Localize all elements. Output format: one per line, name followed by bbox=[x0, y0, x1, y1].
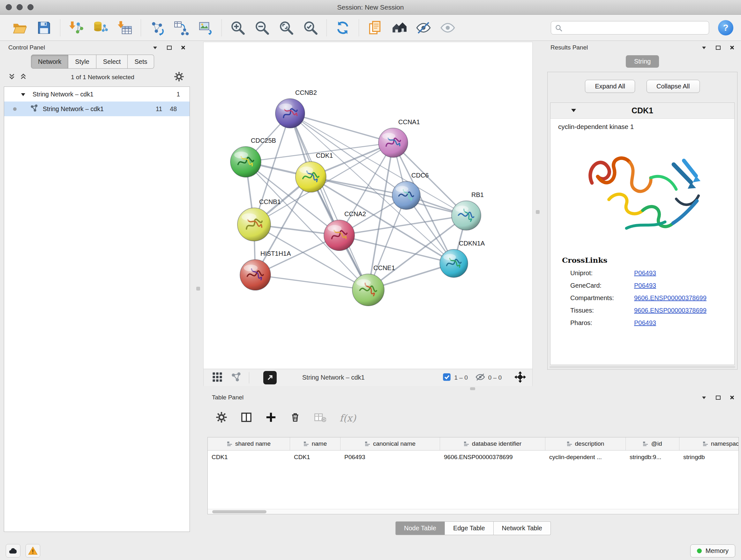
tab-string[interactable]: String bbox=[626, 55, 659, 68]
network-canvas[interactable]: CCNB2CCNA1CDC25BCDK1CDC6RB1CCNB1CCNA2CDK… bbox=[204, 42, 532, 369]
collapse-all-networks-icon[interactable] bbox=[20, 73, 27, 81]
network-node-rb1[interactable]: RB1 bbox=[452, 191, 484, 230]
column-header-database-identifier[interactable]: database identifier bbox=[440, 437, 545, 450]
close-panel-icon[interactable] bbox=[180, 44, 187, 51]
network-view: CCNB2CCNA1CDC25BCDK1CDC6RB1CCNB1CCNA2CDK… bbox=[203, 42, 533, 386]
homes-icon bbox=[391, 20, 407, 36]
column-header-canonical-name[interactable]: canonical name bbox=[340, 437, 440, 450]
network-node-cdkn1a[interactable]: CDKN1A bbox=[440, 240, 485, 277]
import-network-file-button[interactable] bbox=[67, 19, 85, 37]
table-row[interactable]: CDK1CDK1P064939606.ENSP00000378699cyclin… bbox=[208, 450, 738, 464]
network-row[interactable]: String Network – cdk1 11 48 bbox=[4, 102, 190, 116]
results-scrollbar[interactable] bbox=[549, 366, 735, 368]
string-network-icon bbox=[30, 104, 38, 114]
tab-node-table[interactable]: Node Table bbox=[395, 521, 445, 535]
database-icon bbox=[92, 20, 109, 36]
collapse-all-button[interactable]: Collapse All bbox=[647, 80, 700, 93]
export-view-button[interactable] bbox=[263, 371, 277, 384]
grid-view-icon[interactable] bbox=[212, 372, 223, 384]
zoom-in-button[interactable] bbox=[229, 19, 247, 37]
collapse-gene-icon[interactable] bbox=[571, 108, 576, 114]
crosslink-value-link[interactable]: 9606.ENSP00000378699 bbox=[634, 307, 706, 314]
hidden-eye-icon[interactable] bbox=[475, 373, 485, 382]
panel-menu-icon[interactable] bbox=[700, 44, 708, 51]
zoom-selected-button[interactable] bbox=[301, 19, 320, 37]
tab-edge-table[interactable]: Edge Table bbox=[445, 521, 494, 535]
add-column-icon[interactable] bbox=[266, 412, 276, 424]
network-node-ccnb1[interactable]: CCNB1 bbox=[238, 198, 281, 241]
search-input[interactable] bbox=[551, 21, 709, 35]
cloud-status-button[interactable] bbox=[6, 544, 20, 557]
memory-button[interactable]: Memory bbox=[690, 544, 735, 557]
clone-network-button[interactable] bbox=[366, 19, 384, 37]
window-zoom-button[interactable] bbox=[27, 4, 33, 10]
pan-crosshair-icon[interactable] bbox=[515, 371, 526, 384]
network-graph[interactable]: CCNB2CCNA1CDC25BCDK1CDC6RB1CCNB1CCNA2CDK… bbox=[204, 42, 532, 368]
network-edge[interactable] bbox=[290, 113, 368, 290]
table-horizontal-scrollbar[interactable] bbox=[208, 509, 738, 514]
refresh-button[interactable] bbox=[334, 19, 352, 37]
table-settings-gear-icon[interactable] bbox=[216, 412, 227, 424]
selected-checkbox-icon[interactable] bbox=[443, 373, 451, 382]
import-table-button[interactable] bbox=[116, 19, 134, 37]
collection-expand-icon[interactable] bbox=[21, 91, 25, 98]
birds-eye-view-icon[interactable] bbox=[231, 372, 241, 383]
close-panel-icon[interactable] bbox=[729, 394, 736, 401]
current-network-dot bbox=[13, 107, 17, 111]
network-node-ccna1[interactable]: CCNA1 bbox=[379, 118, 420, 158]
tab-network-table[interactable]: Network Table bbox=[494, 521, 551, 535]
expand-all-button[interactable]: Expand All bbox=[585, 80, 635, 93]
panel-menu-icon[interactable] bbox=[700, 394, 708, 401]
window-close-button[interactable] bbox=[6, 4, 12, 10]
column-header-shared-name[interactable]: shared name bbox=[208, 437, 290, 450]
delete-table-icon[interactable] bbox=[314, 412, 326, 424]
float-window-icon[interactable] bbox=[715, 394, 722, 401]
save-session-button[interactable] bbox=[35, 19, 53, 37]
splitter-handle[interactable] bbox=[536, 210, 540, 214]
crosslink-value-link[interactable]: P06493 bbox=[634, 319, 656, 327]
column-header-namespac[interactable]: namespac bbox=[679, 437, 739, 450]
warnings-button[interactable] bbox=[25, 544, 40, 557]
expand-all-networks-icon[interactable] bbox=[8, 73, 15, 81]
column-header-name[interactable]: name bbox=[290, 437, 340, 450]
splitter-handle[interactable] bbox=[470, 387, 475, 390]
zoom-out-button[interactable] bbox=[253, 19, 271, 37]
import-network-database-button[interactable] bbox=[91, 19, 110, 37]
edit-network-button[interactable] bbox=[148, 19, 166, 37]
show-graphics-details-button[interactable] bbox=[439, 19, 457, 37]
column-header-description[interactable]: description bbox=[545, 437, 626, 450]
column-header--id[interactable]: @id bbox=[626, 437, 679, 450]
network-options-gear-icon[interactable] bbox=[174, 71, 184, 83]
select-columns-icon[interactable] bbox=[241, 412, 252, 424]
crosslink-value-link[interactable]: P06493 bbox=[634, 282, 656, 289]
float-window-icon[interactable] bbox=[715, 44, 722, 51]
crosslink-value-link[interactable]: P06493 bbox=[634, 269, 656, 277]
network-node-ccnb2[interactable]: CCNB2 bbox=[275, 89, 317, 128]
crosslink-value-link[interactable]: 9606.ENSP00000378699 bbox=[634, 294, 706, 302]
splitter-handle[interactable] bbox=[196, 287, 200, 291]
hide-graphics-details-button[interactable] bbox=[414, 19, 432, 37]
help-button[interactable]: ? bbox=[718, 20, 733, 36]
export-image-button[interactable] bbox=[197, 19, 214, 37]
tab-network[interactable]: Network bbox=[31, 55, 68, 69]
scrollbar-thumb[interactable] bbox=[212, 510, 266, 513]
close-panel-icon[interactable] bbox=[729, 44, 736, 51]
network-from-table-button[interactable] bbox=[172, 19, 190, 37]
tab-select[interactable]: Select bbox=[96, 55, 128, 69]
home-layout-button[interactable] bbox=[390, 19, 408, 37]
tab-style[interactable]: Style bbox=[68, 55, 96, 69]
network-collection-row[interactable]: String Network – cdk1 1 bbox=[4, 87, 190, 102]
table-cell: CDK1 bbox=[290, 454, 340, 461]
network-node-hist1h1a[interactable]: HIST1H1A bbox=[240, 250, 291, 290]
float-window-icon[interactable] bbox=[165, 44, 173, 51]
function-builder-button[interactable]: f(x) bbox=[340, 413, 356, 424]
zoom-fit-button[interactable] bbox=[277, 19, 295, 37]
window-minimize-button[interactable] bbox=[17, 4, 23, 10]
zoom-fit-icon bbox=[278, 20, 294, 36]
network-node-cdc25b[interactable]: CDC25B bbox=[230, 137, 276, 177]
tab-sets[interactable]: Sets bbox=[128, 55, 154, 69]
delete-column-icon[interactable] bbox=[290, 412, 300, 424]
panel-menu-icon[interactable] bbox=[151, 44, 158, 51]
open-session-button[interactable] bbox=[11, 19, 29, 37]
network-edge[interactable] bbox=[255, 275, 368, 290]
